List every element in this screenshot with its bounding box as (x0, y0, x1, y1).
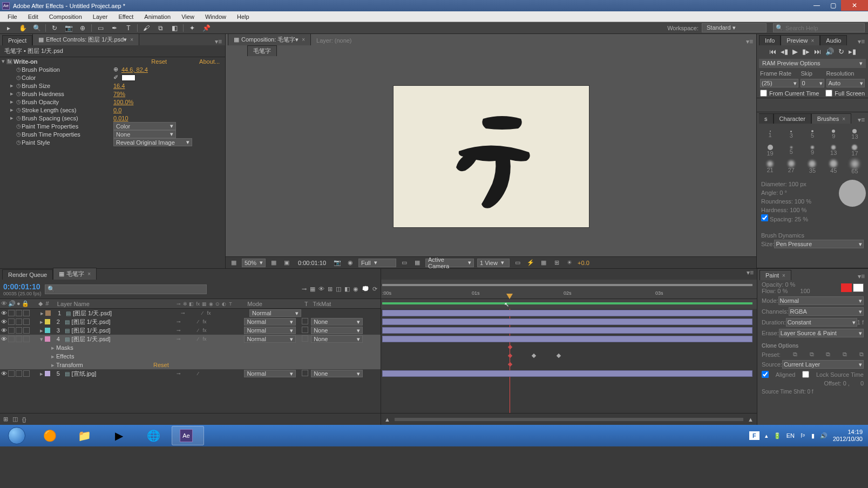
keyframe[interactable] (532, 354, 536, 358)
tray-lang[interactable]: EN (786, 432, 795, 439)
toggle-switches-icon[interactable]: ⊞ (3, 416, 8, 423)
blend-mode-selector[interactable]: Normal▾ (249, 309, 301, 317)
trkmat-selector[interactable]: None▾ (311, 318, 363, 326)
close-icon[interactable]: × (811, 38, 814, 44)
ram-preview-header[interactable]: RAM Preview Options▾ (759, 59, 866, 68)
ram-preview-icon[interactable]: ▸▮ (849, 48, 856, 56)
menu-window[interactable]: Window (200, 13, 232, 20)
label-column-icon[interactable]: ◆ (38, 300, 43, 307)
tray-network-icon[interactable]: ▮ (811, 432, 815, 439)
stopwatch-icon[interactable]: ◷ (15, 139, 22, 145)
reset-link[interactable]: Reset (151, 58, 167, 65)
brush-preset[interactable]: 35 (802, 159, 822, 174)
visibility-toggle[interactable]: 👁 (0, 318, 8, 325)
menu-animation[interactable]: Animation (139, 13, 176, 20)
tray-icon[interactable]: F (749, 431, 760, 440)
loop-icon[interactable]: ↻ (838, 48, 844, 56)
close-icon[interactable]: × (87, 271, 91, 277)
audio-icon[interactable]: 🔊 (825, 48, 834, 56)
tl-brainstorm-icon[interactable]: 💭 (362, 286, 369, 293)
transparency-icon[interactable]: ▦ (412, 259, 422, 266)
clone-tool-icon[interactable]: ⧉ (155, 23, 166, 33)
source-selector[interactable]: Current Layer▾ (782, 360, 864, 369)
grid-icon[interactable]: ▦ (269, 259, 279, 266)
tab-info[interactable]: Info (759, 35, 781, 45)
brush-time-dropdown[interactable]: None▾ (113, 130, 176, 138)
help-search-input[interactable] (785, 25, 862, 31)
magnification-icon[interactable]: ▦ (229, 259, 239, 266)
visibility-toggle[interactable]: 👁 (0, 310, 8, 316)
work-area-bar[interactable] (382, 284, 752, 286)
timeline-icon[interactable]: ▦ (539, 259, 548, 266)
about-link[interactable]: About... (199, 58, 220, 65)
fx-badge-icon[interactable]: fx (6, 59, 12, 64)
trkmat-selector[interactable]: None▾ (311, 335, 363, 343)
maximize-button[interactable]: ▢ (825, 0, 841, 11)
brush-preset[interactable]: 27 (781, 159, 801, 174)
layer-row[interactable]: 👁 ▸ 3 ▤[图层 1/天.psd] ⊸∕fx Normal▾ None▾ (0, 326, 381, 335)
zoom-slider[interactable] (395, 418, 743, 421)
paint-mode-selector[interactable]: Normal▾ (778, 296, 864, 305)
play-icon[interactable]: ▶ (792, 48, 798, 56)
tab-composition[interactable]: ▦ Composition: 毛笔字 ▾× (228, 33, 311, 45)
help-search[interactable]: 🔍 (773, 23, 865, 32)
stopwatch-icon[interactable]: ◷ (15, 74, 22, 80)
tl-tool-icon[interactable]: ⊞ (328, 286, 333, 293)
zoom-out-icon[interactable]: ▲ (384, 416, 390, 423)
menu-edit[interactable]: Edit (23, 13, 44, 20)
background-color-swatch[interactable] (853, 283, 864, 292)
transform-reset[interactable]: Reset (153, 362, 169, 368)
zoom-selector[interactable]: 50%▾ (242, 259, 266, 267)
tab-timeline-comp[interactable]: ▦ 毛笔字× (53, 268, 97, 280)
layer-row[interactable]: 👁 ▾ 4 ▤[图层 1/天.psd] ⊸∕fx Normal▾ None▾ (0, 335, 381, 343)
menu-help[interactable]: Help (232, 13, 255, 20)
time-ruler[interactable]: :00s 01s 02s 03s (381, 280, 757, 299)
blend-mode-selector[interactable]: Normal▾ (244, 327, 296, 334)
timecode[interactable]: 0:00:01:10 (3, 282, 42, 291)
tl-tool-icon[interactable]: ◧ (344, 286, 350, 293)
tl-tool-icon[interactable]: ⟳ (372, 286, 377, 293)
solo-column-icon[interactable]: ● (17, 300, 21, 307)
brush-opacity-value[interactable]: 100.0% (113, 99, 133, 105)
panel-menu-icon[interactable]: ▾≡ (743, 38, 756, 45)
twirl-icon[interactable]: ▸ (9, 90, 15, 97)
tab-brushes[interactable]: Brushes× (811, 113, 851, 124)
hand-tool-icon[interactable]: ✋ (17, 23, 28, 33)
menu-file[interactable]: File (2, 13, 23, 20)
workspace-selector[interactable]: Standard ▾ (702, 23, 767, 32)
layer-bar[interactable] (382, 318, 752, 325)
twirl-icon[interactable]: ▸ (9, 98, 15, 105)
blend-mode-selector[interactable]: Normal▾ (244, 318, 296, 326)
tray-battery-icon[interactable]: 🔋 (774, 432, 781, 439)
eye-column-icon[interactable]: 👁 (1, 300, 7, 307)
clone-preset-icon[interactable]: ⧉ (843, 351, 847, 358)
tab-layer-none[interactable]: Layer: (none) (311, 36, 357, 45)
timeline-search[interactable]: 🔍 (45, 284, 207, 294)
keyframe[interactable] (508, 345, 512, 349)
full-screen-checkbox[interactable] (825, 90, 832, 97)
fast-preview-icon[interactable]: ⚡ (526, 259, 535, 266)
next-frame-icon[interactable]: ▮▸ (802, 48, 810, 56)
twirl-icon[interactable]: ▾ (0, 58, 6, 65)
layer-bar[interactable] (382, 370, 752, 377)
tray-flag-icon[interactable]: 🏳 (800, 432, 806, 439)
trkmat-selector[interactable]: None▾ (311, 327, 363, 334)
clone-preset-icon[interactable]: ⧉ (793, 351, 797, 358)
crosshair-icon[interactable]: ⊕ (113, 66, 118, 73)
toggle-modes-icon[interactable]: ◫ (12, 416, 18, 423)
resolution-selector[interactable]: Full▾ (358, 259, 396, 267)
brush-preset[interactable]: 5 (802, 127, 822, 142)
stopwatch-icon[interactable]: ◷ (15, 115, 22, 121)
twirl-icon[interactable]: ▸ (9, 106, 15, 113)
mask-icon[interactable]: ▣ (282, 259, 291, 266)
minimize-button[interactable]: — (809, 0, 825, 11)
tab-character[interactable]: Character (774, 113, 811, 124)
tl-tool-icon[interactable]: ⊸ (302, 286, 307, 293)
foreground-color-swatch[interactable] (841, 283, 852, 292)
stroke-length-value[interactable]: 0.0 (113, 107, 121, 113)
tray-clock[interactable]: 14:19 2012/10/30 (833, 429, 866, 443)
blend-mode-selector[interactable]: Normal▾ (244, 335, 296, 343)
stopwatch-icon[interactable]: ◷ (15, 107, 22, 113)
channels-selector[interactable]: RGBA▾ (789, 307, 864, 316)
brush-preset[interactable]: 13 (824, 143, 844, 158)
